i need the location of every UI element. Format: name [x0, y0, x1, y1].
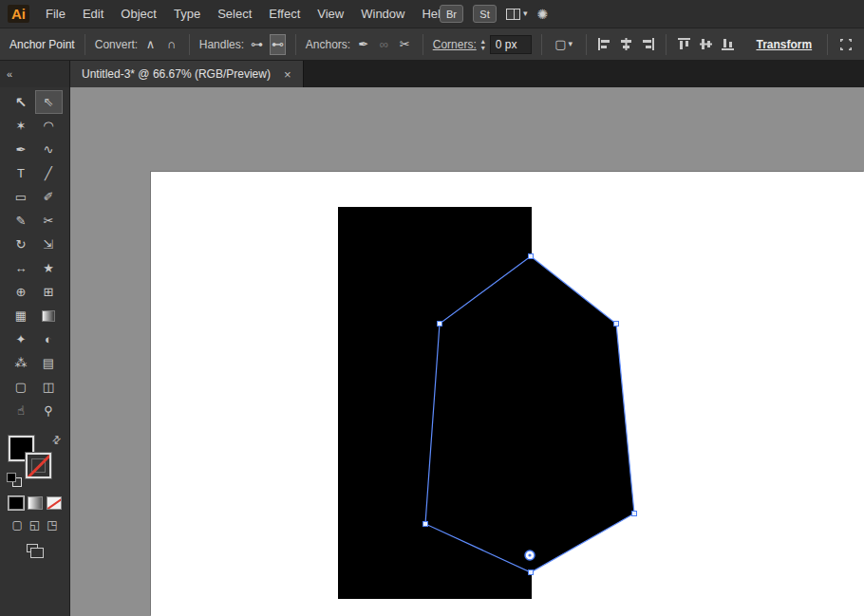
align-right-button[interactable] — [639, 34, 656, 55]
menu-view[interactable]: View — [309, 7, 352, 21]
corners-label[interactable]: Corners: — [433, 38, 477, 51]
options-button[interactable] — [837, 34, 855, 55]
cut-path-button[interactable]: ✂ — [397, 34, 413, 55]
bridge-button[interactable]: Br — [440, 5, 463, 23]
artboard-tool[interactable]: ▢ — [8, 375, 35, 399]
apply-gradient-button[interactable] — [28, 496, 43, 510]
align-bottom-button[interactable] — [720, 34, 737, 55]
magic-wand-tool[interactable]: ✶ — [8, 114, 35, 138]
draw-normal-button[interactable]: ▢ — [11, 518, 22, 532]
menu-window[interactable]: Window — [352, 7, 413, 21]
blend-tool[interactable]: ◐ — [35, 327, 63, 351]
symbol-sprayer-tool[interactable]: ⁂ — [8, 351, 35, 375]
zoom-tool-icon: ⚲ — [44, 404, 53, 417]
share-icon[interactable]: ✺ — [537, 7, 549, 22]
paintbrush-tool[interactable]: ✐ — [35, 185, 63, 209]
selection-tool[interactable]: ↖ — [8, 90, 35, 114]
align-left-button[interactable] — [596, 34, 613, 55]
separator — [541, 34, 542, 55]
mesh-tool[interactable]: ▦ — [8, 304, 35, 327]
scissors-tool[interactable]: ✂ — [35, 209, 63, 233]
column-graph-tool[interactable]: ▤ — [35, 351, 63, 375]
type-tool[interactable]: T — [8, 161, 35, 185]
panel-collapse-strip[interactable]: « — [0, 61, 70, 87]
screen-mode-button[interactable] — [26, 543, 45, 558]
connect-anchors-button[interactable]: ∞ — [376, 34, 392, 55]
width-tool[interactable]: ↔ — [8, 256, 35, 280]
anchor-point[interactable] — [632, 512, 637, 516]
separator — [85, 34, 85, 55]
scale-tool-icon: ⇲ — [44, 238, 54, 251]
canvas[interactable] — [70, 87, 864, 616]
type-tool-icon: T — [17, 167, 25, 179]
arrange-documents-button[interactable]: ▾ — [506, 9, 528, 20]
swap-fill-stroke-icon[interactable]: ⇄ — [48, 433, 64, 448]
align-top-button[interactable] — [676, 34, 693, 55]
convert-label: Convert: — [95, 38, 138, 51]
eyedropper-tool[interactable]: ✦ — [8, 327, 35, 351]
hide-handles-button[interactable]: ⊶ — [249, 34, 265, 55]
anchor-point[interactable] — [529, 570, 534, 575]
align-top-icon — [678, 38, 690, 50]
align-horizontal-center-button[interactable] — [617, 34, 634, 55]
scale-tool[interactable]: ⇲ — [35, 233, 63, 256]
tab-title: Untitled-3* @ 66.67% (RGB/Preview) — [82, 67, 271, 81]
default-fill-stroke-icon[interactable] — [7, 473, 22, 487]
corner-point-icon: ∧ — [146, 37, 156, 51]
curvature-tool-icon: ∿ — [44, 143, 54, 156]
convert-to-corner-button[interactable]: ∧ — [142, 34, 159, 55]
hand-tool[interactable]: ☝ — [8, 399, 35, 422]
selection-tool-icon: ↖ — [15, 95, 28, 109]
slice-tool[interactable]: ◫ — [35, 375, 63, 399]
separator — [295, 34, 296, 55]
show-handles-button[interactable]: ⊷ — [270, 34, 286, 55]
collapse-panel-icon[interactable]: « — [7, 68, 12, 80]
lasso-tool[interactable]: ◠ — [35, 114, 63, 138]
anchor-point[interactable] — [614, 322, 619, 327]
transform-button[interactable]: Transform — [750, 37, 817, 52]
isolate-mode-button[interactable]: ▢ ▾ — [552, 34, 576, 55]
direct-selection-tool[interactable]: ⇖ — [35, 90, 63, 114]
rectangle-tool[interactable]: ▭ — [8, 185, 35, 209]
menu-select[interactable]: Select — [209, 7, 260, 21]
menu-effect[interactable]: Effect — [260, 7, 309, 21]
stroke-swatch[interactable] — [26, 453, 51, 478]
line-segment-tool[interactable]: ╱ — [35, 161, 63, 185]
draw-behind-button[interactable]: ◱ — [29, 518, 40, 532]
pen-minus-icon: ✒ — [358, 37, 368, 51]
corners-input[interactable] — [490, 35, 532, 54]
draw-inside-button[interactable]: ◳ — [47, 518, 57, 532]
shape-builder-tool[interactable]: ⊕ — [8, 280, 35, 304]
pen-tool[interactable]: ✒ — [8, 138, 35, 161]
drawing-modes-group: ▢ ◱ ◳ — [11, 518, 57, 532]
blend-tool-icon: ◐ — [45, 333, 52, 345]
stepper-down-icon[interactable]: ▾ — [481, 45, 485, 51]
anchor-point[interactable] — [423, 522, 428, 527]
perspective-grid-tool[interactable]: ⊞ — [35, 280, 63, 304]
convert-to-smooth-button[interactable]: ∩ — [163, 34, 179, 55]
rotate-tool[interactable]: ↻ — [8, 233, 35, 256]
shaper-tool[interactable]: ✎ — [8, 209, 35, 233]
corners-stepper[interactable]: ▴ ▾ — [481, 38, 485, 51]
stock-button[interactable]: St — [473, 5, 497, 23]
selected-polygon-shape[interactable] — [425, 256, 634, 572]
align-horizontal-center-icon — [620, 38, 632, 50]
curvature-tool[interactable]: ∿ — [35, 138, 63, 161]
close-tab-icon[interactable]: × — [284, 67, 291, 82]
anchor-point[interactable] — [438, 322, 442, 327]
apply-none-button[interactable] — [47, 496, 62, 510]
align-vertical-center-button[interactable] — [698, 34, 715, 55]
menu-edit[interactable]: Edit — [74, 7, 112, 21]
free-transform-tool[interactable]: ★ — [35, 256, 63, 280]
remove-anchor-button[interactable]: ✒ — [355, 34, 371, 55]
tools-panel: ↖⇖✶◠✒∿T╱▭✐✎✂↻⇲↔★⊕⊞▦✦◐⁂▤▢◫☝⚲ ⇄ ▢ ◱ ◳ — [0, 87, 70, 616]
menu-file[interactable]: File — [37, 7, 74, 21]
document-tab[interactable]: Untitled-3* @ 66.67% (RGB/Preview) × — [70, 61, 304, 87]
anchor-point[interactable] — [529, 254, 534, 259]
menu-object[interactable]: Object — [112, 7, 165, 21]
apply-color-button[interactable] — [9, 496, 24, 510]
zoom-tool[interactable]: ⚲ — [35, 399, 63, 422]
align-bottom-icon — [722, 38, 734, 50]
menu-type[interactable]: Type — [165, 7, 209, 21]
gradient-tool[interactable] — [35, 304, 63, 327]
